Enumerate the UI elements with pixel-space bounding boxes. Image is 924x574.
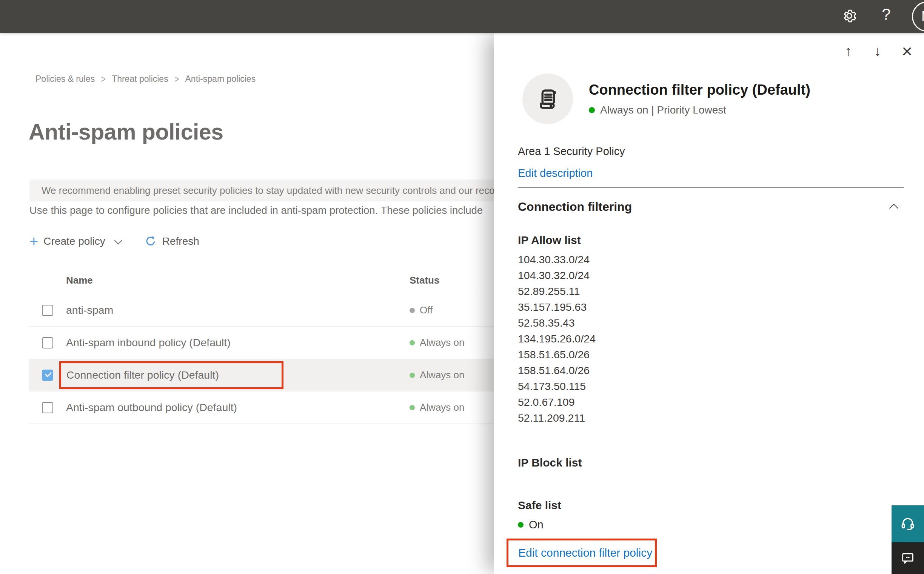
- ip-allow-list-label: IP Allow list: [518, 234, 581, 247]
- breadcrumb-separator: >: [101, 73, 106, 85]
- ip-block-list-label: IP Block list: [518, 456, 582, 469]
- app-window: ? M Policies & rules > Threat policies >…: [0, 0, 924, 574]
- status-label: Off: [420, 304, 433, 316]
- row-checkbox-checked[interactable]: [42, 370, 53, 381]
- ip-allow-entry: 54.173.50.115: [518, 380, 586, 393]
- refresh-button[interactable]: Refresh: [144, 235, 199, 248]
- status-cell: Always on: [410, 337, 494, 348]
- status-cell: Always on: [410, 369, 494, 381]
- status-dot-on: [410, 405, 415, 410]
- support-button[interactable]: [892, 505, 924, 542]
- safe-list-status: On: [518, 519, 544, 531]
- edit-connection-filter-policy-link[interactable]: Edit connection filter policy: [518, 546, 652, 559]
- policies-table: Name Status anti-spam Off Anti-spam inbo…: [29, 267, 494, 424]
- status-dot-on: [410, 373, 415, 378]
- ip-allow-entry: 52.11.209.211: [518, 412, 585, 424]
- selection-highlight-box: Connection filter policy (Default): [59, 361, 283, 389]
- section-title: Connection filtering: [518, 200, 632, 214]
- breadcrumb-threat-policies[interactable]: Threat policies: [112, 74, 168, 84]
- panel-body: Area 1 Security Policy Edit description …: [518, 33, 903, 574]
- column-header-status[interactable]: Status: [410, 274, 494, 286]
- row-checkbox[interactable]: [42, 337, 53, 348]
- policy-name[interactable]: Connection filter policy (Default): [66, 369, 219, 381]
- page-description: Use this page to configure policies that…: [29, 204, 494, 216]
- connection-filtering-section-header[interactable]: Connection filtering: [518, 200, 903, 214]
- refresh-label: Refresh: [162, 235, 199, 248]
- settings-gear-icon[interactable]: [840, 7, 858, 25]
- headset-icon: [899, 516, 916, 532]
- policy-name[interactable]: Anti-spam inbound policy (Default): [66, 336, 410, 349]
- ip-allow-entry: 158.51.64.0/26: [518, 364, 590, 377]
- help-icon[interactable]: ?: [877, 5, 895, 24]
- table-row[interactable]: Anti-spam inbound policy (Default) Alway…: [29, 326, 494, 359]
- ip-allow-entry: 52.0.67.109: [518, 396, 575, 408]
- feedback-button[interactable]: [892, 542, 924, 574]
- toolbar: + Create policy Refresh: [29, 232, 199, 251]
- breadcrumb-separator: >: [174, 73, 179, 85]
- feedback-chat-icon: [900, 550, 915, 566]
- ip-allow-entry: 52.58.35.43: [518, 317, 575, 329]
- status-label: Always on: [420, 337, 465, 348]
- policy-name-cell[interactable]: Connection filter policy (Default): [66, 361, 410, 389]
- chevron-up-icon[interactable]: [889, 203, 898, 213]
- page-title: Anti-spam policies: [29, 119, 223, 145]
- breadcrumb-policies-rules[interactable]: Policies & rules: [35, 74, 95, 84]
- top-app-bar: ? M: [0, 0, 924, 33]
- breadcrumb: Policies & rules > Threat policies > Ant…: [35, 74, 256, 84]
- table-row[interactable]: anti-spam Off: [29, 294, 494, 326]
- row-checkbox[interactable]: [42, 402, 53, 413]
- status-label: Always on: [420, 402, 465, 413]
- ip-allow-entry: 134.195.26.0/24: [518, 333, 596, 345]
- policy-description: Area 1 Security Policy: [518, 145, 625, 158]
- policy-name[interactable]: anti-spam: [66, 304, 410, 316]
- breadcrumb-anti-spam-policies[interactable]: Anti-spam policies: [185, 74, 256, 84]
- status-dot-on: [410, 340, 415, 345]
- create-policy-button[interactable]: + Create policy: [29, 234, 120, 249]
- table-header: Name Status: [29, 267, 494, 294]
- ip-allow-entry: 158.51.65.0/26: [518, 348, 590, 361]
- create-policy-label: Create policy: [43, 235, 105, 248]
- table-row-selected[interactable]: Connection filter policy (Default) Alway…: [29, 359, 494, 391]
- ip-allow-entry: 104.30.33.0/24: [518, 254, 590, 266]
- safe-list-value: On: [529, 519, 544, 531]
- status-cell: Always on: [410, 402, 494, 413]
- section-divider: [518, 187, 903, 188]
- chevron-down-icon: [114, 237, 122, 244]
- details-panel: ↑ ↓ × Connection filter policy (Default)…: [494, 33, 924, 574]
- ip-allow-entry: 52.89.255.11: [518, 285, 580, 298]
- gear-icon: [841, 8, 858, 24]
- safe-list-label: Safe list: [518, 499, 561, 512]
- selection-highlight-box: Edit connection filter policy: [506, 539, 657, 567]
- account-avatar[interactable]: M: [912, 2, 924, 32]
- banner-text: We recommend enabling preset security po…: [41, 185, 494, 197]
- policy-name[interactable]: Anti-spam outbound policy (Default): [66, 401, 410, 414]
- recommendation-banner: We recommend enabling preset security po…: [29, 180, 494, 201]
- plus-icon: +: [29, 234, 38, 249]
- row-checkbox[interactable]: [42, 305, 53, 316]
- column-header-name[interactable]: Name: [66, 274, 410, 286]
- table-row[interactable]: Anti-spam outbound policy (Default) Alwa…: [29, 391, 494, 424]
- status-dot-on: [518, 522, 524, 528]
- status-dot-off: [410, 308, 415, 313]
- ip-allow-entry: 104.30.32.0/24: [518, 269, 590, 282]
- status-label: Always on: [420, 369, 465, 381]
- refresh-icon: [144, 235, 157, 248]
- status-cell: Off: [410, 304, 494, 316]
- ip-allow-entry: 35.157.195.63: [518, 301, 587, 314]
- edit-description-link[interactable]: Edit description: [518, 167, 593, 180]
